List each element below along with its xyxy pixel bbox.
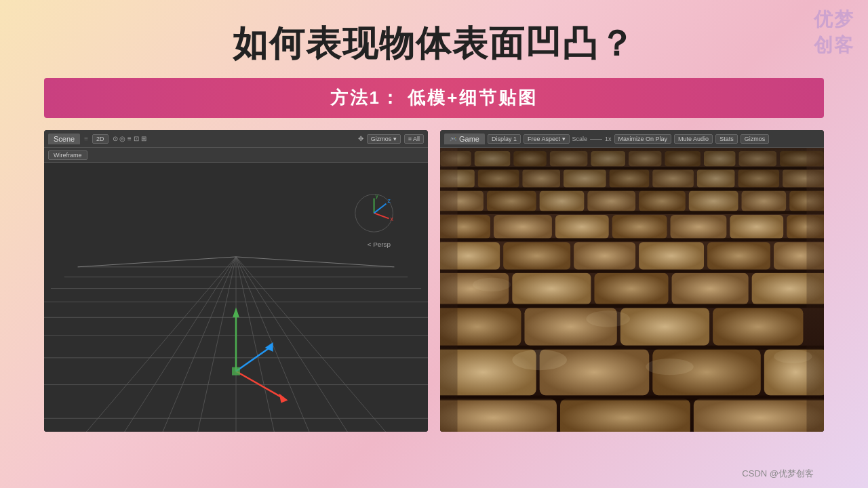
- game-toolbar: 🎮 Game Display 1 Free Aspect ▾ Scale —— …: [440, 130, 824, 148]
- game-tab-label: Game: [459, 135, 479, 143]
- svg-rect-84: [620, 308, 709, 346]
- svg-point-106: [774, 350, 812, 363]
- method-banner: 方法1： 低模+细节贴图: [44, 78, 824, 118]
- scene-toolbar2: Wireframe: [44, 148, 428, 163]
- svg-rect-75: [707, 242, 770, 269]
- scene-panel: Scene ≡ 2D ⊙ ◎ ≡ ⊡ ⊞ ✥ Gizmos ▾ ≡ All Wi…: [44, 130, 428, 432]
- svg-rect-101: [440, 148, 824, 230]
- scene-tab[interactable]: Scene: [48, 134, 80, 144]
- game-viewport: [440, 148, 824, 432]
- svg-rect-100: [440, 395, 824, 400]
- svg-rect-74: [639, 242, 704, 269]
- svg-point-108: [473, 278, 511, 291]
- game-panel: 🎮 Game Display 1 Free Aspect ▾ Scale —— …: [440, 130, 824, 432]
- svg-rect-103: [806, 148, 824, 432]
- all-menu[interactable]: ≡ All: [404, 134, 424, 144]
- scene-controls: ⊙ ◎ ≡ ⊡ ⊞: [113, 135, 146, 142]
- svg-rect-98: [440, 304, 824, 308]
- gizmos-menu[interactable]: Gizmos ▾: [367, 134, 401, 144]
- svg-rect-73: [574, 242, 635, 269]
- svg-text:z: z: [387, 197, 391, 204]
- scene-toolbar-right: ✥ Gizmos ▾ ≡ All: [358, 134, 424, 144]
- svg-rect-85: [713, 308, 803, 346]
- wireframe-btn[interactable]: Wireframe: [48, 150, 87, 160]
- svg-rect-97: [440, 270, 824, 273]
- svg-rect-99: [440, 346, 824, 350]
- watermark: 优梦 创客: [814, 7, 854, 58]
- game-toolbar-items: Display 1 Free Aspect ▾ Scale —— 1x Maxi…: [488, 134, 769, 144]
- scale-label: Scale: [572, 136, 588, 142]
- move-tool-icon: ✥: [358, 135, 363, 142]
- svg-rect-79: [594, 273, 668, 304]
- svg-point-107: [586, 310, 630, 327]
- banner-text: 方法1： 低模+细节贴图: [330, 87, 538, 108]
- svg-rect-92: [694, 399, 824, 432]
- display-btn[interactable]: Display 1: [488, 134, 521, 144]
- aspect-btn[interactable]: Free Aspect ▾: [524, 134, 570, 144]
- scene-viewport: x y z < Persp: [44, 163, 428, 432]
- panels-container: Scene ≡ 2D ⊙ ◎ ≡ ⊡ ⊞ ✥ Gizmos ▾ ≡ All Wi…: [44, 130, 824, 432]
- svg-rect-27: [232, 367, 240, 375]
- svg-text:y: y: [376, 192, 379, 199]
- game-tab[interactable]: 🎮 Game: [444, 134, 485, 144]
- svg-point-105: [646, 359, 694, 375]
- mute-btn[interactable]: Mute Audio: [674, 134, 713, 144]
- svg-rect-90: [440, 399, 557, 432]
- svg-rect-102: [440, 148, 458, 432]
- watermark-line1: 优梦: [814, 7, 854, 33]
- watermark-line2: 创客: [814, 33, 854, 58]
- svg-rect-72: [503, 242, 570, 269]
- scale-value: 1x: [605, 136, 612, 142]
- attribution: CSDN @优梦创客: [742, 468, 814, 480]
- game-icon: 🎮: [450, 136, 457, 142]
- aspect-label: Free Aspect: [528, 136, 560, 142]
- svg-rect-78: [512, 273, 591, 304]
- scene-toolbar: Scene ≡ 2D ⊙ ◎ ≡ ⊡ ⊞ ✥ Gizmos ▾ ≡ All: [44, 130, 428, 148]
- cobblestone-scene: [440, 148, 824, 432]
- scene-wireframe-svg: x y z < Persp: [44, 163, 428, 432]
- svg-rect-80: [672, 273, 749, 304]
- svg-rect-91: [560, 399, 690, 432]
- maximize-btn[interactable]: Maximize On Play: [614, 134, 672, 144]
- svg-rect-96: [440, 238, 824, 241]
- page-title: 如何表现物体表面凹凸？: [0, 0, 868, 78]
- toolbar-sep1: ≡: [84, 135, 88, 142]
- aspect-arrow-icon: ▾: [562, 136, 566, 142]
- game-gizmos-btn[interactable]: Gizmos: [741, 134, 770, 144]
- scale-slider[interactable]: ——: [590, 136, 602, 142]
- scene-2d-btn[interactable]: 2D: [92, 134, 108, 144]
- svg-text:< Persp: < Persp: [368, 241, 391, 248]
- stats-btn[interactable]: Stats: [715, 134, 738, 144]
- svg-text:x: x: [390, 216, 393, 222]
- svg-point-104: [512, 350, 567, 370]
